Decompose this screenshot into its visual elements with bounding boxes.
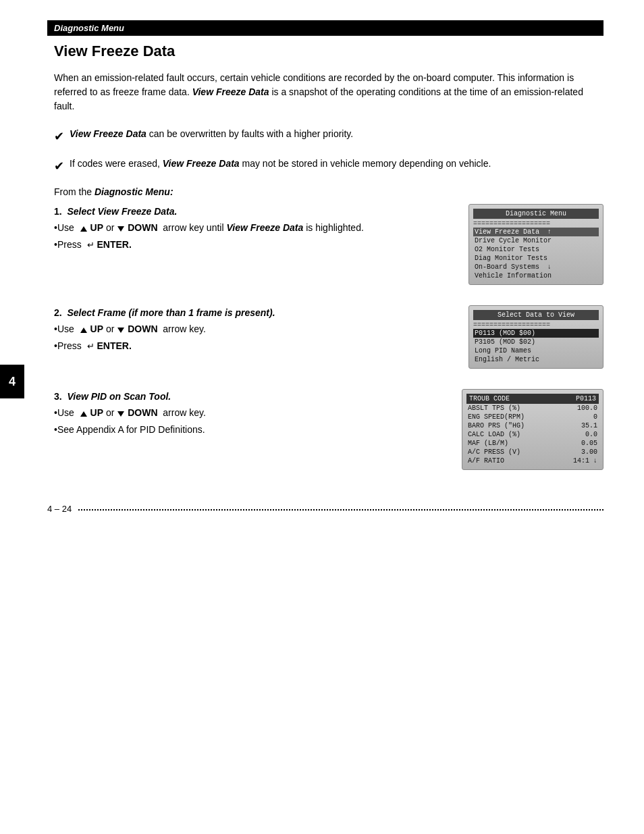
diagnostic-menu-label: Diagnostic Menu — [54, 23, 124, 33]
checkmark-icon-2: ✔ — [54, 157, 64, 176]
step-1-bullet-1: •Use UP or DOWN arrow key until View Fre… — [54, 220, 455, 235]
step-1-bullet-2: •Press ↵ ENTER. — [54, 237, 455, 253]
step-1-number: 1. — [54, 206, 62, 217]
screen-2-line-2: P3105 (MOD $02) — [473, 338, 599, 346]
step-3-container: 3. View PID on Scan Tool. •Use UP or DOW… — [54, 389, 603, 470]
footer-page-number: 4 – 24 — [47, 504, 72, 514]
note-1: ✔ View Freeze Data can be overwritten by… — [54, 127, 603, 146]
screen-1-line-2: Drive Cycle Monitor — [473, 236, 599, 245]
down-arrow-3 — [117, 411, 124, 417]
note-1-text: View Freeze Data can be overwritten by f… — [70, 127, 353, 141]
down-arrow-1 — [117, 226, 124, 232]
screen-3-title: TROUB CODE P0113 — [466, 394, 599, 404]
step-1-container: 1. Select View Freeze Data. •Use UP or D… — [54, 204, 603, 285]
screen-1: Diagnostic Menu =================== View… — [468, 204, 603, 285]
up-arrow-2 — [80, 328, 87, 333]
screen-1-line-3: O2 Monitor Tests — [473, 245, 599, 254]
step-2-header: 2. Select Frame (if more than 1 frame is… — [54, 305, 455, 320]
footer-dots — [78, 509, 603, 511]
step-2-number: 2. — [54, 307, 62, 318]
screen-2-line-4: English / Metric — [473, 355, 599, 364]
screen-2-line-1: P0113 (MOD $00) — [473, 329, 599, 338]
step-2-bullet-2: •Press ↵ ENTER. — [54, 338, 455, 354]
step-1-text: 1. Select View Freeze Data. •Use UP or D… — [54, 204, 468, 252]
pid-row-7: A/F RATIO14:1 ↓ — [466, 457, 599, 465]
step-2-title: Select Frame (if more than 1 frame is pr… — [67, 307, 275, 318]
note-2: ✔ If codes were erased, View Freeze Data… — [54, 157, 603, 176]
step-3-bullet-1: •Use UP or DOWN arrow key. — [54, 405, 448, 420]
screen-1-title: Diagnostic Menu — [473, 209, 599, 219]
step-3-bullet-2: •See Appendix A for PID Definitions. — [54, 422, 448, 437]
intro-paragraph: When an emission-related fault occurs, c… — [54, 71, 603, 113]
screen-1-line-1: View Freeze Data ↑ — [473, 228, 599, 236]
screen-3: TROUB CODE P0113 ABSLT TPS (%)100.0 ENG … — [462, 389, 603, 470]
step-2-text: 2. Select Frame (if more than 1 frame is… — [54, 305, 468, 353]
step-3-number: 3. — [54, 391, 62, 402]
screen-1-sep: =================== — [473, 220, 599, 228]
screen-2-sep: =================== — [473, 321, 599, 329]
note-2-text: If codes were erased, View Freeze Data m… — [70, 157, 491, 171]
step-1-title: Select View Freeze Data. — [67, 206, 177, 217]
pid-row-4: CALC LOAD (%)0.0 — [466, 430, 599, 439]
screen-1-line-6: Vehicle Information — [473, 271, 599, 280]
from-menu-line: From the Diagnostic Menu: — [54, 186, 603, 197]
pid-row-6: A/C PRESS (V)3.00 — [466, 448, 599, 457]
screen-3-title-right: P0113 — [576, 395, 596, 402]
screen-2: Select Data to View =================== … — [468, 305, 603, 369]
step-2-container: 2. Select Frame (if more than 1 frame is… — [54, 305, 603, 369]
screen-2-title: Select Data to View — [473, 310, 599, 320]
pid-row-3: BARO PRS ("HG)35.1 — [466, 421, 599, 430]
screen-3-title-left: TROUB CODE — [469, 395, 510, 402]
pid-row-2: ENG SPEED(RPM)0 — [466, 413, 599, 421]
step-1-header: 1. Select View Freeze Data. — [54, 204, 455, 219]
steps-section: 1. Select View Freeze Data. •Use UP or D… — [54, 204, 603, 470]
screen-1-line-4: Diag Monitor Tests — [473, 254, 599, 263]
chapter-number: 4 — [9, 375, 16, 389]
checkmark-icon-1: ✔ — [54, 128, 64, 146]
page-footer: 4 – 24 — [0, 497, 644, 521]
up-arrow-3 — [80, 411, 87, 417]
step-3-title: View PID on Scan Tool. — [67, 391, 171, 402]
page-title: View Freeze Data — [54, 43, 603, 60]
pid-row-1: ABSLT TPS (%)100.0 — [466, 404, 599, 413]
up-arrow-1 — [80, 226, 87, 232]
screen-2-line-3: Long PID Names — [473, 346, 599, 355]
chapter-tab: 4 — [0, 365, 24, 398]
step-3-text: 3. View PID on Scan Tool. •Use UP or DOW… — [54, 389, 462, 437]
diagnostic-menu-bar: Diagnostic Menu — [47, 20, 603, 36]
step-3-header: 3. View PID on Scan Tool. — [54, 389, 448, 404]
step-2-bullet-1: •Use UP or DOWN arrow key. — [54, 321, 455, 336]
screen-1-line-5: On-Board Systems ↓ — [473, 263, 599, 271]
pid-row-5: MAF (LB/M)0.05 — [466, 439, 599, 448]
down-arrow-2 — [117, 328, 124, 333]
